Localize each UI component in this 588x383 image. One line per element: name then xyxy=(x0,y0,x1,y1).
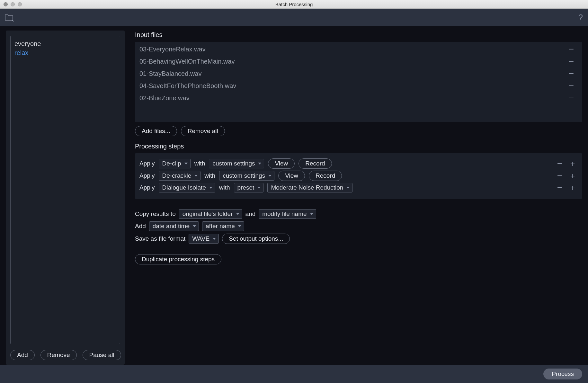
step-mode-dropdown-value: preset xyxy=(237,184,254,191)
toolbar: ? xyxy=(0,9,588,26)
add-what-value: date and time xyxy=(153,223,190,230)
step-preset-dropdown-value: Moderate Noise Reduction xyxy=(271,184,343,191)
queue-pause-all-button[interactable]: Pause all xyxy=(83,350,121,360)
step-mode-dropdown[interactable]: preset xyxy=(234,183,264,192)
input-file-row: 01-StayBalanced.wav− xyxy=(135,67,582,80)
remove-step-icon[interactable]: − xyxy=(556,173,564,179)
duplicate-row: Duplicate processing steps xyxy=(135,254,582,264)
chevron-down-icon xyxy=(193,225,196,227)
step-view-button[interactable]: View xyxy=(278,171,305,181)
queue-add-button[interactable]: Add xyxy=(10,350,35,360)
name-mode-dropdown[interactable]: modify file name xyxy=(259,209,316,219)
input-files-heading: Input files xyxy=(135,31,582,39)
remove-step-icon[interactable]: − xyxy=(556,160,564,167)
input-file-row: 02-BlueZone.wav− xyxy=(135,92,582,104)
title-bar: Batch Processing xyxy=(0,0,588,9)
remove-file-icon[interactable]: − xyxy=(567,58,575,65)
queue-list: everyonerelax xyxy=(10,36,120,344)
chevron-down-icon xyxy=(236,213,239,215)
step-record-button[interactable]: Record xyxy=(309,171,342,181)
step-preset-dropdown[interactable]: Moderate Noise Reduction xyxy=(267,183,352,192)
add-step-icon[interactable]: ＋ xyxy=(567,160,578,167)
chevron-down-icon xyxy=(213,238,216,240)
add-label: Add xyxy=(135,223,146,230)
step-record-button[interactable]: Record xyxy=(298,158,332,169)
remove-file-icon[interactable]: − xyxy=(567,46,575,52)
input-file-name[interactable]: 05-BehavingWellOnTheMain.wav xyxy=(139,57,235,66)
apply-label: Apply xyxy=(139,184,155,191)
right-panel: Input files 03-EveryoneRelax.wav−05-Beha… xyxy=(135,31,584,365)
chevron-down-icon xyxy=(238,225,241,227)
step-module-dropdown-value: Dialogue Isolate xyxy=(162,184,206,191)
chevron-down-icon xyxy=(258,163,261,165)
processing-steps-panel: ApplyDe-clipwithcustom settingsViewRecor… xyxy=(135,153,582,199)
step-module-dropdown[interactable]: De-crackle xyxy=(159,171,201,181)
chevron-down-icon xyxy=(346,187,350,189)
input-file-row: 04-SaveItForThePhoneBooth.wav− xyxy=(135,80,582,92)
queue-item[interactable]: everyone xyxy=(14,39,116,48)
step-module-dropdown-value: De-crackle xyxy=(162,172,192,179)
add-where-dropdown[interactable]: after name xyxy=(202,221,244,231)
chevron-down-icon xyxy=(268,175,272,177)
input-files-buttons: Add files... Remove all xyxy=(135,126,582,136)
input-file-name[interactable]: 03-EveryoneRelax.wav xyxy=(139,44,206,54)
and-label: and xyxy=(245,210,256,218)
help-icon[interactable]: ? xyxy=(578,13,583,22)
step-mode-dropdown[interactable]: custom settings xyxy=(219,171,274,181)
processing-step-row: ApplyDialogue IsolatewithpresetModerate … xyxy=(139,183,578,192)
apply-label: Apply xyxy=(139,160,155,167)
folder-icon[interactable] xyxy=(4,13,14,22)
processing-step-row: ApplyDe-clipwithcustom settingsViewRecor… xyxy=(139,158,578,169)
with-label: with xyxy=(219,184,230,191)
chevron-down-icon xyxy=(184,163,188,165)
add-files-button[interactable]: Add files... xyxy=(135,126,177,136)
format-value: WAVE xyxy=(192,235,209,242)
input-file-name[interactable]: 02-BlueZone.wav xyxy=(139,93,190,103)
queue-buttons: Add Remove Pause all xyxy=(10,350,120,360)
input-file-row: 03-EveryoneRelax.wav− xyxy=(135,43,582,55)
chevron-down-icon xyxy=(209,187,212,189)
main-area: everyonerelax Add Remove Pause all Input… xyxy=(0,26,588,365)
step-mode-dropdown[interactable]: custom settings xyxy=(209,159,264,168)
with-label: with xyxy=(204,172,215,179)
remove-step-icon[interactable]: − xyxy=(556,184,564,191)
step-view-button[interactable]: View xyxy=(268,158,295,169)
step-mode-dropdown-value: custom settings xyxy=(212,160,255,167)
chevron-down-icon xyxy=(257,187,261,189)
remove-file-icon[interactable]: − xyxy=(567,83,575,89)
step-mode-dropdown-value: custom settings xyxy=(223,172,265,179)
remove-file-icon[interactable]: − xyxy=(567,95,575,101)
processing-steps-heading: Processing steps xyxy=(135,143,582,150)
add-step-icon[interactable]: ＋ xyxy=(567,184,578,191)
input-file-name[interactable]: 01-StayBalanced.wav xyxy=(139,69,201,78)
processing-step-row: ApplyDe-cracklewithcustom settingsViewRe… xyxy=(139,171,578,181)
queue-panel: everyonerelax Add Remove Pause all xyxy=(6,31,125,365)
footer: Process xyxy=(0,365,588,383)
add-where-value: after name xyxy=(206,223,235,230)
set-output-options-button[interactable]: Set output options... xyxy=(222,234,290,244)
input-file-name[interactable]: 04-SaveItForThePhoneBooth.wav xyxy=(139,81,236,91)
copy-dest-dropdown[interactable]: original file's folder xyxy=(179,209,242,219)
input-files-list: 03-EveryoneRelax.wav−05-BehavingWellOnTh… xyxy=(135,42,582,122)
queue-item[interactable]: relax xyxy=(14,48,116,57)
name-mode-value: modify file name xyxy=(262,210,307,218)
add-what-dropdown[interactable]: date and time xyxy=(149,221,199,231)
format-dropdown[interactable]: WAVE xyxy=(189,234,219,244)
duplicate-steps-button[interactable]: Duplicate processing steps xyxy=(135,254,221,264)
output-section: Copy results to original file's folder a… xyxy=(135,207,582,246)
process-button[interactable]: Process xyxy=(543,369,582,379)
add-step-icon[interactable]: ＋ xyxy=(567,173,578,179)
input-file-row: 05-BehavingWellOnTheMain.wav− xyxy=(135,55,582,67)
chevron-down-icon xyxy=(194,175,198,177)
chevron-down-icon xyxy=(310,213,313,215)
copy-dest-value: original file's folder xyxy=(183,210,233,218)
step-module-dropdown[interactable]: De-clip xyxy=(159,159,191,168)
save-format-label: Save as file format xyxy=(135,235,185,242)
copy-results-label: Copy results to xyxy=(135,210,176,218)
queue-remove-button[interactable]: Remove xyxy=(40,350,77,360)
with-label: with xyxy=(194,160,205,167)
remove-file-icon[interactable]: − xyxy=(567,70,575,77)
step-module-dropdown[interactable]: Dialogue Isolate xyxy=(159,183,215,192)
remove-all-button[interactable]: Remove all xyxy=(181,126,225,136)
step-module-dropdown-value: De-clip xyxy=(162,160,181,167)
